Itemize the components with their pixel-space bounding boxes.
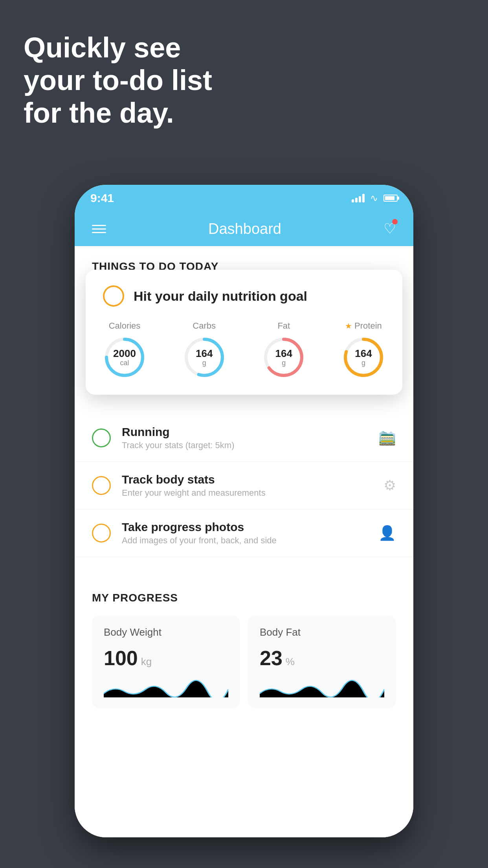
nutrition-label: Calories	[109, 321, 141, 331]
ring-value: 164 g	[355, 348, 372, 367]
progress-number: 23	[260, 646, 283, 670]
todo-check-circle[interactable]	[92, 524, 111, 542]
todo-subtitle: Add images of your front, back, and side	[122, 535, 367, 546]
todo-text: Take progress photos Add images of your …	[122, 520, 367, 546]
mini-chart	[260, 678, 384, 697]
ring-number: 2000	[113, 348, 136, 359]
wifi-icon: ∿	[370, 193, 378, 204]
card-header: Hit your daily nutrition goal	[103, 285, 385, 307]
progress-section: MY PROGRESS Body Weight 100 kg	[75, 573, 413, 708]
todo-list: Running Track your stats (target: 5km) 🚞…	[75, 414, 413, 557]
status-icons: ∿	[352, 193, 398, 204]
nutrition-card-title: Hit your daily nutrition goal	[134, 289, 307, 304]
todo-title: Track body stats	[122, 473, 372, 486]
progress-unit: %	[286, 656, 295, 668]
ring-value: 2000 cal	[113, 348, 136, 367]
todo-icon: 🚞	[378, 430, 396, 446]
nutrition-item: Carbs 164 g	[183, 321, 226, 379]
nutrition-check-circle[interactable]	[103, 285, 124, 307]
ring-number: 164	[196, 348, 213, 359]
app-content: THINGS TO DO TODAY Hit your daily nutrit…	[75, 246, 413, 837]
hero-text: Quickly see your to-do list for the day.	[24, 31, 212, 129]
todo-text: Track body stats Enter your weight and m…	[122, 473, 372, 498]
mini-chart	[104, 678, 228, 697]
todo-text: Running Track your stats (target: 5km)	[122, 425, 367, 451]
todo-icon: 👤	[378, 525, 396, 541]
progress-number: 100	[104, 646, 138, 670]
todo-item[interactable]: Take progress photos Add images of your …	[75, 509, 413, 557]
todo-check-circle[interactable]	[92, 476, 111, 495]
notification-badge	[392, 219, 398, 224]
todo-title: Running	[122, 425, 367, 439]
progress-cards: Body Weight 100 kg Body Fat	[92, 615, 396, 708]
menu-icon[interactable]	[92, 225, 106, 233]
star-icon: ★	[345, 321, 352, 331]
nutrition-ring: 164 g	[183, 336, 226, 379]
nutrition-item: Calories 2000 cal	[103, 321, 146, 379]
todo-item[interactable]: Track body stats Enter your weight and m…	[75, 462, 413, 509]
ring-unit: g	[196, 359, 213, 367]
ring-unit: cal	[113, 359, 136, 367]
nutrition-ring: 164 g	[262, 336, 305, 379]
progress-unit: kg	[141, 656, 152, 668]
ring-number: 164	[355, 348, 372, 359]
nutrition-label: Carbs	[193, 321, 216, 331]
nutrition-ring: 164 g	[342, 336, 385, 379]
todo-item[interactable]: Running Track your stats (target: 5km) 🚞	[75, 414, 413, 462]
nutrition-card: Hit your daily nutrition goal Calories 2…	[86, 270, 402, 395]
nutrition-item: ★ Protein 164 g	[342, 321, 385, 379]
todo-subtitle: Track your stats (target: 5km)	[122, 440, 367, 451]
status-bar: 9:41 ∿	[75, 185, 413, 211]
progress-card-title: Body Weight	[104, 626, 228, 638]
nutrition-label: ★ Protein	[345, 321, 382, 331]
progress-section-label: MY PROGRESS	[92, 592, 396, 604]
progress-card[interactable]: Body Fat 23 %	[248, 615, 396, 708]
progress-card[interactable]: Body Weight 100 kg	[92, 615, 240, 708]
ring-value: 164 g	[275, 348, 292, 367]
ring-unit: g	[275, 359, 292, 367]
status-time: 9:41	[90, 191, 114, 205]
todo-subtitle: Enter your weight and measurements	[122, 488, 372, 498]
nutrition-row: Calories 2000 cal Carbs 164	[103, 321, 385, 379]
hero-line2: your to-do list	[24, 64, 212, 97]
todo-title: Take progress photos	[122, 520, 367, 534]
header-title: Dashboard	[208, 221, 281, 237]
app-header: Dashboard ♡	[75, 211, 413, 246]
phone-frame: 9:41 ∿ Dashboard ♡ THINGS TO DO TODAY	[75, 185, 413, 837]
ring-value: 164 g	[196, 348, 213, 367]
progress-value: 23 %	[260, 646, 384, 670]
ring-number: 164	[275, 348, 292, 359]
ring-unit: g	[355, 359, 372, 367]
todo-icon: ⚙	[383, 477, 396, 494]
progress-card-title: Body Fat	[260, 626, 384, 638]
battery-icon	[383, 195, 398, 202]
hero-line1: Quickly see	[24, 31, 212, 64]
nutrition-label: Fat	[277, 321, 290, 331]
notification-icon[interactable]: ♡	[383, 221, 396, 237]
nutrition-item: Fat 164 g	[262, 321, 305, 379]
hero-line3: for the day.	[24, 97, 212, 129]
signal-icon	[352, 194, 365, 202]
todo-check-circle[interactable]	[92, 428, 111, 447]
nutrition-ring: 2000 cal	[103, 336, 146, 379]
progress-value: 100 kg	[104, 646, 228, 670]
